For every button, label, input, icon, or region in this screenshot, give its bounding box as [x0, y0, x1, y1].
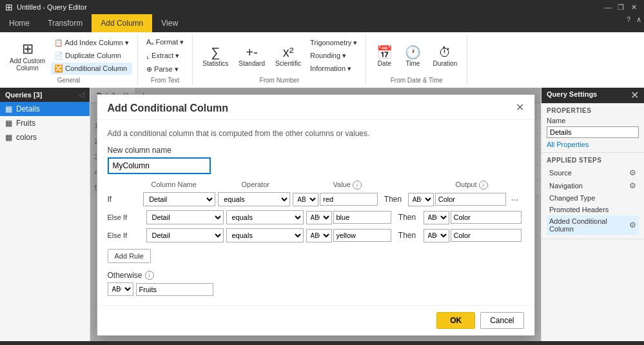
right-panel-title: Query Settings: [547, 90, 597, 101]
tab-view[interactable]: View: [152, 14, 187, 32]
header-value: Value i: [314, 181, 398, 190]
step-added-conditional-label: Added Conditional Column: [549, 217, 629, 233]
header-column-name: Column Name: [146, 181, 237, 190]
step-promoted-headers[interactable]: Promoted Headers: [547, 204, 639, 215]
condition-row-2: Else If Detail equals ABC 123: [108, 210, 524, 224]
step-navigation[interactable]: Navigation ⚙: [547, 179, 639, 192]
cancel-button[interactable]: Cancel: [480, 312, 523, 329]
column-name-label: New column name: [108, 146, 524, 155]
modal-footer: OK Cancel: [97, 305, 534, 335]
cond2-operator-select[interactable]: equals: [226, 210, 304, 224]
modal-close-button[interactable]: ✕: [516, 103, 524, 113]
cond1-value-group: ABC 123: [293, 193, 378, 206]
close-button[interactable]: ✕: [629, 2, 639, 12]
app-icons: ⊞: [5, 2, 13, 12]
duration-button[interactable]: ⏱ Duration: [428, 43, 462, 69]
statistics-button[interactable]: ∑ Statistics: [198, 43, 233, 69]
otherwise-info-icon: i: [145, 271, 154, 280]
rounding-button[interactable]: Rounding ▾: [307, 50, 360, 62]
cond2-output-input[interactable]: [451, 211, 522, 224]
conditional-column-button[interactable]: 🔀 Conditional Column: [51, 63, 132, 75]
cond2-value-type-select[interactable]: ABC 123: [306, 211, 332, 224]
scientific-button[interactable]: x² Scientific: [271, 43, 306, 69]
output-info-icon: i: [479, 181, 488, 190]
ribbon-content: ⊞ Add Custom Column 📋 Add Index Column ▾…: [0, 32, 644, 88]
minimize-button[interactable]: —: [603, 2, 613, 12]
header-if: [108, 181, 146, 190]
add-index-column-button[interactable]: 📋 Add Index Column ▾: [51, 37, 132, 49]
cond1-more-button[interactable]: ···: [506, 194, 524, 204]
value-info-icon: i: [353, 181, 362, 190]
cond1-operator-select[interactable]: equals: [218, 192, 290, 206]
from-number-label: From Number: [260, 75, 300, 84]
cond1-output-type-select[interactable]: ABC 123: [408, 193, 434, 206]
cond1-value-type-select[interactable]: ABC 123: [293, 193, 318, 206]
cond3-operator-select[interactable]: equals: [226, 228, 304, 242]
sidebar-collapse-button[interactable]: ◁: [79, 90, 84, 99]
cond3-output-type-select[interactable]: ABC 123: [424, 229, 449, 242]
otherwise-type-select[interactable]: ABC 123: [108, 282, 133, 296]
properties-section: PROPERTIES Name All Properties: [542, 103, 644, 153]
format-button[interactable]: Aₐ Format ▾: [143, 36, 187, 48]
add-custom-column-button[interactable]: ⊞ Add Custom Column: [5, 39, 50, 74]
cond1-output-input[interactable]: [435, 193, 506, 206]
sidebar-item-colors[interactable]: ▦ colors: [0, 130, 90, 144]
trigonometry-button[interactable]: Trigonometry ▾: [307, 37, 360, 49]
cond2-if-label: Else If: [108, 211, 146, 224]
tab-home[interactable]: Home: [0, 14, 39, 32]
sidebar-header: Queries [3] ◁: [0, 88, 90, 102]
cond2-value-input[interactable]: [333, 211, 391, 224]
extract-button[interactable]: ⌞ Extract ▾: [143, 50, 187, 62]
query-name-input[interactable]: [547, 126, 639, 138]
ribbon-group-from-date: 📅 Date 🕐 Time ⏱ Duration From Date & Tim…: [366, 35, 467, 85]
right-panel-close-button[interactable]: ✕: [630, 90, 639, 101]
fruits-icon: ▦: [5, 119, 12, 128]
right-panel: Query Settings ✕ PROPERTIES Name All Pro…: [541, 88, 644, 341]
step-added-conditional-gear-icon[interactable]: ⚙: [629, 221, 636, 230]
add-rule-button[interactable]: Add Rule: [108, 249, 151, 263]
window-controls: — ❐ ✕: [603, 2, 639, 12]
tab-transform[interactable]: Transform: [39, 14, 92, 32]
all-properties-link[interactable]: All Properties: [547, 141, 639, 148]
parse-button[interactable]: ⊕ Parse ▾: [143, 63, 187, 75]
tab-add-column[interactable]: Add Column: [92, 14, 152, 32]
sidebar-item-details[interactable]: ▦ Details: [0, 102, 90, 116]
column-name-input[interactable]: [108, 157, 211, 174]
cond1-column-select[interactable]: Detail: [143, 192, 215, 206]
cond3-value-input[interactable]: [333, 229, 391, 242]
ribbon-col-index: 📋 Add Index Column ▾ 📄 Duplicate Column …: [51, 37, 132, 75]
step-changed-type[interactable]: Changed Type: [547, 192, 639, 204]
cond1-if-label: If: [108, 192, 144, 206]
general-group-label: General: [57, 75, 81, 84]
name-label: Name: [547, 117, 639, 124]
time-button[interactable]: 🕐 Time: [400, 43, 425, 69]
ribbon-group-from-text: Aₐ Format ▾ ⌞ Extract ▾ ⊕ Parse ▾ From T…: [138, 35, 193, 85]
applied-steps-section: APPLIED STEPS Source ⚙ Navigation ⚙ Chan…: [542, 153, 644, 239]
standard-button[interactable]: +- Standard: [234, 43, 269, 69]
cond3-column-select[interactable]: Detail: [146, 228, 224, 242]
cond3-output-input[interactable]: [451, 229, 522, 242]
step-source-gear-icon[interactable]: ⚙: [629, 168, 636, 177]
cond1-value-input[interactable]: [320, 193, 378, 206]
cond1-output-group: ABC 123: [408, 193, 506, 206]
sidebar-item-fruits[interactable]: ▦ Fruits: [0, 116, 90, 130]
date-button[interactable]: 📅 Date: [371, 43, 397, 69]
from-date-label: From Date & Time: [391, 75, 443, 84]
modal-overlay: Add Conditional Column ✕ Add a condition…: [90, 88, 541, 341]
restore-button[interactable]: ❐: [616, 2, 626, 12]
ok-button[interactable]: OK: [436, 312, 475, 329]
step-source[interactable]: Source ⚙: [547, 166, 639, 179]
information-button[interactable]: Information ▾: [307, 63, 360, 75]
step-added-conditional-column[interactable]: Added Conditional Column ⚙: [547, 215, 639, 235]
cond2-column-select[interactable]: Detail: [146, 210, 224, 224]
cond2-output-type-select[interactable]: ABC 123: [424, 211, 449, 224]
cond3-output-group: ABC 123: [424, 229, 522, 242]
header-then: [398, 181, 436, 190]
details-icon: ▦: [5, 104, 12, 113]
ribbon-help[interactable]: ?: [623, 14, 634, 25]
otherwise-value-input[interactable]: [136, 283, 213, 296]
ribbon-expand[interactable]: ∧: [634, 14, 644, 25]
cond3-value-type-select[interactable]: ABC 123: [306, 229, 332, 242]
duplicate-column-button[interactable]: 📄 Duplicate Column: [51, 50, 132, 62]
step-navigation-gear-icon[interactable]: ⚙: [629, 181, 636, 190]
